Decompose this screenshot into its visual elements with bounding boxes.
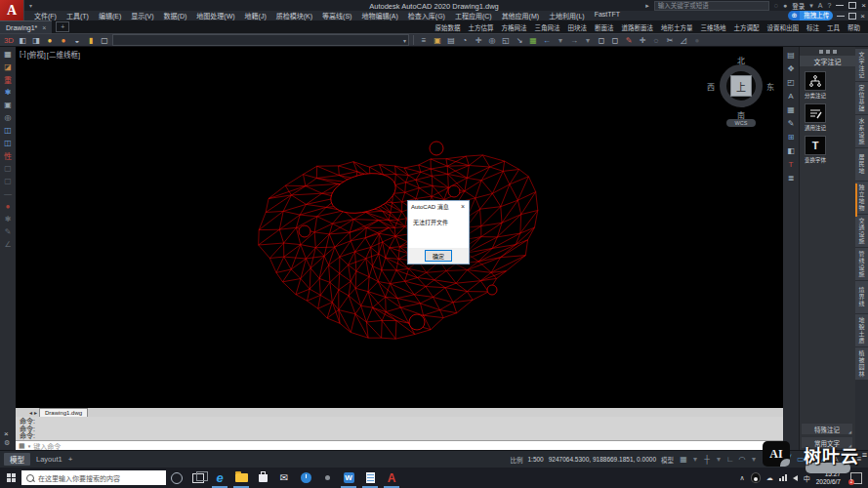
toolbar-icon[interactable]: ●: [58, 34, 69, 46]
tab-next-icon[interactable]: ▸: [34, 409, 37, 416]
side-tool-icon[interactable]: ◫: [2, 137, 15, 148]
toolbar-icon[interactable]: ◿: [678, 34, 689, 46]
side-tool-icon[interactable]: 性: [2, 149, 15, 161]
toolbar-icon[interactable]: ✎: [623, 34, 635, 46]
viewcube-east-label[interactable]: 东: [766, 81, 774, 92]
status-toggle-icon[interactable]: ▾: [807, 454, 817, 466]
status-toggle-icon[interactable]: ▦: [679, 454, 688, 466]
drawing-canvas[interactable]: [-] [俯视] [二维线框] 上 北 南 西 东 WCS: [16, 47, 783, 408]
status-toggle-icon[interactable]: A: [831, 454, 841, 466]
viewport-menu-control[interactable]: [-]: [20, 49, 26, 60]
add-layout-button[interactable]: +: [68, 455, 73, 464]
ribbon-tab[interactable]: 土方估算: [465, 22, 498, 32]
ribbon-tab[interactable]: 道路断面法: [618, 22, 658, 32]
ribbon-tab[interactable]: 三角网法: [531, 22, 564, 32]
menu-item[interactable]: 工具(T): [62, 11, 94, 20]
status-toggle-icon[interactable]: ◠: [737, 454, 747, 466]
dialog-close-icon[interactable]: ×: [460, 203, 466, 210]
viewcube-north-label[interactable]: 北: [713, 55, 769, 65]
close-button[interactable]: ×: [861, 1, 866, 10]
autocad-logo-icon[interactable]: A: [0, 0, 24, 20]
side-tool-icon[interactable]: ▦: [2, 48, 15, 60]
ribbon-tab[interactable]: 三维场地: [697, 22, 730, 32]
qq-icon[interactable]: [751, 472, 761, 483]
notification-center-icon[interactable]: 2: [850, 472, 862, 484]
category-tab[interactable]: 地貌土质: [855, 314, 868, 346]
menu-item[interactable]: 地籍(J): [240, 11, 271, 20]
status-toggle-icon[interactable]: ╱: [784, 454, 794, 466]
cloud-icon[interactable]: ☁: [766, 474, 773, 482]
task-view-button[interactable]: [187, 468, 209, 488]
toolbar-icon[interactable]: ✛: [473, 34, 484, 46]
menu-item[interactable]: FastTFT: [590, 11, 625, 20]
side-tool-icon[interactable]: ◪: [2, 61, 15, 72]
cortana-button[interactable]: [166, 468, 187, 488]
menu-item[interactable]: 地图处理(W): [191, 11, 239, 20]
coordinates-readout[interactable]: 9247064.5300, 9188669.1851, 0.0000: [549, 456, 656, 463]
viewport-visualstyle-control[interactable]: [二维线框]: [47, 49, 80, 60]
ribbon-tab[interactable]: 标注: [803, 22, 823, 32]
menu-item[interactable]: 显示(V): [126, 11, 158, 20]
help-icon[interactable]: ?: [827, 2, 831, 9]
viewcube-west-label[interactable]: 西: [707, 81, 715, 92]
toolbar-icon[interactable]: ◻: [596, 34, 607, 46]
pinned-app-icon[interactable]: [316, 468, 338, 488]
side-tool-icon[interactable]: ▢: [2, 175, 15, 186]
tab-model[interactable]: 模型: [4, 453, 30, 466]
side-tool-icon[interactable]: ▢: [2, 162, 15, 174]
toolbar-icon[interactable]: ▦: [527, 34, 539, 46]
toolbar-icon[interactable]: ←: [541, 34, 553, 46]
help-search-input[interactable]: [654, 1, 769, 11]
menu-item[interactable]: 文件(F): [29, 11, 62, 20]
annotation-tool-icon[interactable]: T: [785, 158, 798, 170]
app-store-icon[interactable]: ▾: [809, 2, 813, 10]
wcs-dropdown[interactable]: WCS: [726, 119, 756, 127]
drawing-space-tab[interactable]: Drawing1.dwg: [39, 408, 88, 418]
status-toggle-icon[interactable]: ∟: [725, 454, 735, 466]
autocad-taskbar-icon[interactable]: A: [381, 468, 402, 488]
ribbon-tab[interactable]: 地形土方量: [657, 22, 697, 32]
menu-item[interactable]: 等高线(S): [317, 11, 356, 20]
toolbar-icon[interactable]: ◨: [30, 34, 42, 46]
menu-item[interactable]: 质检模块(K): [271, 11, 317, 20]
store-icon[interactable]: [252, 468, 273, 488]
doc-close-button[interactable]: ×: [860, 12, 865, 20]
tool-general-annotation[interactable]: 通用注记: [804, 103, 827, 132]
ribbon-tab[interactable]: 设置和出图: [764, 22, 804, 32]
taskbar-search[interactable]: 在这里输入你要搜索的内容: [21, 470, 166, 485]
edge-icon[interactable]: e: [209, 468, 230, 488]
taskbar-clock[interactable]: 15:27 2020/6/7: [816, 470, 841, 486]
ribbon-tab[interactable]: 工具: [823, 22, 844, 32]
command-input[interactable]: [33, 443, 780, 450]
upload-badge[interactable]: ⊕ 拖拽上传: [788, 11, 833, 20]
annotation-tool-icon[interactable]: ◧: [785, 144, 798, 156]
toolbar-icon[interactable]: ◧: [17, 34, 28, 46]
menu-item[interactable]: 土地利用(L): [544, 11, 590, 20]
toolbar-icon[interactable]: ●: [44, 34, 56, 46]
menu-item[interactable]: 其他应用(M): [497, 11, 545, 20]
ime-indicator[interactable]: 中: [804, 473, 810, 483]
status-toggle-icon[interactable]: ∠: [761, 454, 770, 466]
toolbar-icon[interactable]: ◒: [71, 34, 83, 46]
ribbon-tab[interactable]: 帮助: [844, 22, 864, 32]
toolbar-icon[interactable]: ▢: [99, 34, 110, 46]
space-label[interactable]: 模型: [661, 455, 674, 465]
side-tool-icon[interactable]: ▣: [2, 99, 15, 110]
menu-item[interactable]: 数据(D): [159, 11, 192, 20]
network-icon[interactable]: [779, 474, 787, 481]
viewcube-top-face[interactable]: 上: [730, 75, 752, 97]
restore-button[interactable]: [848, 2, 856, 9]
status-toggle-icon[interactable]: ▭: [796, 454, 806, 466]
tool-classified-annotation[interactable]: 分类注记: [804, 71, 827, 100]
toolbar-icon[interactable]: ▾: [582, 34, 594, 46]
drawing-file-tab[interactable]: Drawing1* ×: [0, 20, 52, 33]
category-tab[interactable]: 水系设施: [855, 115, 868, 147]
ribbon-tab[interactable]: 断面法: [591, 22, 618, 32]
annotation-tool-icon[interactable]: ≣: [785, 172, 798, 183]
annotation-tool-icon[interactable]: ✥: [785, 62, 798, 74]
tab-close-icon[interactable]: ×: [42, 24, 46, 31]
start-button[interactable]: [0, 468, 21, 488]
tab-prev-icon[interactable]: ◂: [29, 409, 32, 416]
category-tab[interactable]: 境界线: [855, 281, 868, 313]
category-tab[interactable]: 交通设施: [855, 215, 868, 247]
